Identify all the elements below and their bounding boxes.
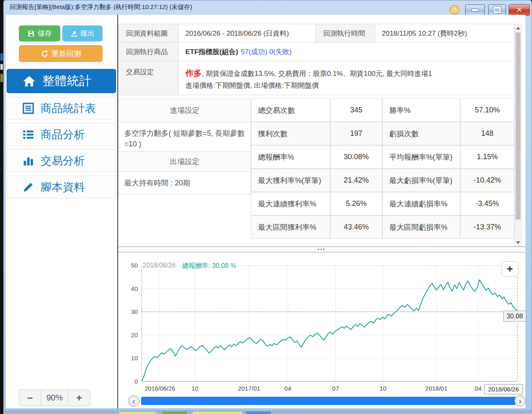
sidebar-item-trade-analysis[interactable]: 交易分析 (7, 149, 116, 172)
stat-value: -3.45% (460, 192, 514, 215)
scroll-right-button[interactable]: › (514, 395, 526, 407)
info-label: 回測資料範圍 (118, 24, 179, 43)
stat-value: 5.26% (330, 192, 382, 215)
info-value-trade-settings: 作多, 期貨保證金成數13.5%, 交易費用：股票0.1%、期貨100元, 最大… (178, 61, 514, 95)
home-icon (23, 75, 36, 87)
save-icon (27, 30, 35, 37)
exit-settings-text: 最大持有時間 : 20期 (118, 172, 251, 194)
x-tick-label: 10 (361, 385, 406, 392)
pane-splitter[interactable]: ••• (118, 247, 525, 252)
stat-label: 平均報酬率%(單筆) (382, 145, 460, 169)
vertical-scrollbar[interactable] (514, 24, 522, 247)
splitter-handle-dots: ••• (318, 247, 325, 252)
background-artifact (0, 74, 3, 82)
background-artifact (0, 64, 3, 70)
zoom-level: 90% (41, 389, 68, 406)
window-title: 回測報告[策略](Beta版):多空淨力翻多 (執行時間:10:27:12) (… (10, 3, 192, 11)
stat-value: 43.46% (330, 215, 382, 239)
list-icon (23, 129, 34, 140)
end-date-tooltip: 2018/06/26 (484, 384, 523, 394)
save-button[interactable]: 儲存 (19, 25, 60, 41)
entry-settings-header: 進場設定 (118, 98, 251, 122)
chart-zoom-in-button[interactable]: + (501, 261, 518, 277)
x-tick-label: 10 (172, 385, 217, 392)
minimize-button[interactable] (465, 5, 485, 15)
refresh-icon (41, 50, 49, 58)
save-label: 儲存 (38, 29, 52, 38)
info-value-date-range: 2016/06/26 - 2018/06/26 (日資料) (178, 24, 316, 43)
export-button[interactable]: 匯出 (62, 25, 103, 41)
screen: { "window": { "title": "回測報告[策略](Beta版):… (0, 0, 532, 414)
export-icon (71, 30, 78, 37)
close-icon: ✕ (516, 6, 522, 14)
rerun-backtest-button[interactable]: 重新回測 (19, 45, 103, 62)
close-button[interactable]: ✕ (509, 4, 530, 16)
sidebar-item-label: 商品分析 (41, 127, 85, 142)
background-artifact (162, 412, 187, 414)
info-label: 交易設定 (118, 61, 179, 95)
sidebar-item-label: 交易分析 (41, 153, 85, 168)
background-artifact (246, 412, 271, 414)
stat-value: 30.08% (330, 145, 382, 169)
zoom-out-button[interactable]: − (19, 389, 41, 406)
scroll-left-button[interactable]: ‹ (128, 395, 139, 407)
stat-label: 總交易次數 (251, 98, 330, 122)
product-name: ETF指標股(組合) (185, 47, 238, 57)
background-artifact (0, 53, 3, 61)
stat-value: 148 (460, 122, 514, 145)
background-artifact (0, 0, 3, 414)
stat-value: 57.10% (460, 98, 514, 122)
help-button[interactable]: ? (450, 5, 459, 15)
background-artifact (119, 412, 156, 414)
bar-chart-icon (23, 155, 34, 167)
stat-label: 勝率% (382, 98, 460, 122)
trade-settings-text: , 期貨保證金成數13.5%, 交易費用：股票0.1%、期貨100元, 最大同時… (202, 70, 432, 78)
report-main: 回測資料範圍 2016/06/26 - 2018/06/26 (日資料) 回測執… (118, 15, 525, 408)
export-label: 匯出 (81, 29, 95, 38)
exit-settings-header: 出場設定 (118, 151, 251, 172)
equity-curve (142, 265, 518, 382)
horizontal-scrollbar[interactable] (141, 397, 516, 405)
info-label: 回測執行商品 (118, 42, 179, 61)
y-tick-label: 10 (121, 355, 138, 361)
x-tick-label: 2018/01 (414, 385, 459, 392)
y-tick-label: 0 (121, 378, 138, 385)
stat-label: 總報酬率% (251, 145, 330, 169)
window-content: 儲存 匯出 重新回測 整體統計 商品統計表 商品分析 交易分析 腳本資料 (6, 15, 525, 408)
info-value-products: ETF指標股(組合) 57(成功) 0(失敗) (178, 42, 514, 61)
stat-label: 獲利次數 (251, 122, 330, 145)
title-bar[interactable]: 回測報告[策略](Beta版):多空淨力翻多 (執行時間:10:27:12) (… (3, 0, 532, 15)
sidebar-item-overall-stats[interactable]: 整體統計 (7, 69, 116, 93)
stat-label: 最大連續虧損率% (382, 192, 460, 215)
maximize-button[interactable] (488, 5, 506, 15)
scroll-down-arrow[interactable] (515, 239, 521, 246)
sidebar-item-script-data[interactable]: 腳本資料 (7, 176, 116, 198)
scroll-up-arrow[interactable] (515, 24, 521, 32)
table-list-icon (23, 103, 34, 114)
stat-label: 最大區間獲利率% (251, 215, 330, 239)
y-tick-label: 20 (121, 332, 138, 339)
stat-label: 最大獲利率%(單筆) (251, 169, 330, 192)
x-tick-label: 07 (313, 385, 358, 392)
plot-area[interactable] (142, 265, 518, 382)
stat-label: 最大虧損率%(單筆) (382, 169, 460, 192)
stat-value: 345 (330, 98, 382, 122)
zoom-in-button[interactable]: + (68, 389, 90, 406)
product-result-link[interactable]: 57(成功) 0(失敗) (241, 47, 292, 57)
scrollbar-thumb[interactable] (516, 32, 521, 220)
sidebar-item-product-stats-table[interactable]: 商品統計表 (7, 97, 116, 119)
sidebar-item-label: 商品統計表 (41, 101, 96, 116)
maximize-icon (493, 7, 501, 13)
sidebar-item-label: 腳本資料 (41, 180, 85, 194)
stat-value: -13.37% (460, 215, 514, 239)
sidebar-item-product-analysis[interactable]: 商品分析 (7, 123, 116, 146)
help-icon: ? (452, 7, 456, 14)
stat-label: 虧損次數 (382, 122, 460, 145)
stat-value: 197 (330, 122, 382, 145)
pencil-icon (23, 181, 34, 193)
stat-label: 最大區間虧損率% (382, 215, 460, 239)
y-tick-label: 30 (121, 308, 138, 315)
zoom-controls: − 90% + (19, 389, 90, 406)
x-tick-label: 04 (265, 385, 311, 392)
return-chart: 2018/06/26 總報酬率: 30.08 % 01020304050 201… (118, 253, 525, 408)
